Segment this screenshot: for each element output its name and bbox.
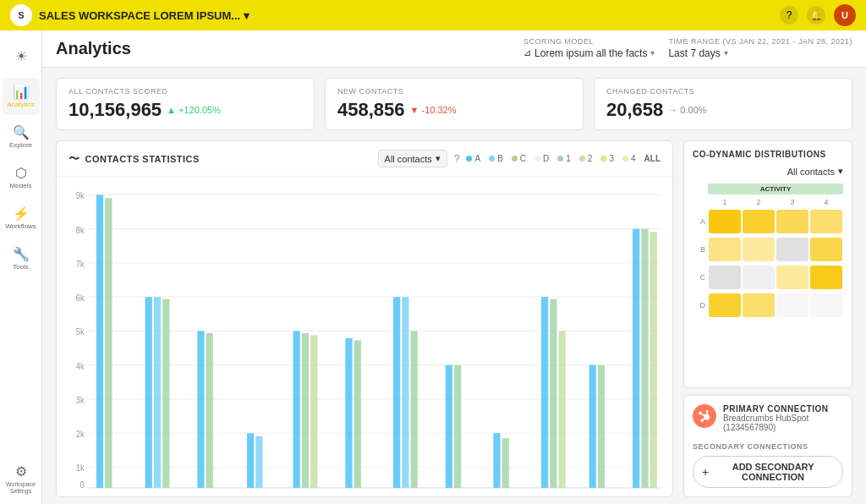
- primary-connection-label: PRIMARY CONNECTION: [723, 404, 829, 414]
- row-label-a: A: [693, 217, 708, 226]
- grid-cell-c3: [776, 266, 808, 289]
- distribution-panel: CO-DYNAMIC DISTRIBUTIONS All contacts ▾ …: [683, 140, 852, 388]
- svg-rect-26: [206, 333, 213, 488]
- legend-item-d: D: [534, 154, 549, 163]
- svg-text:0: 0: [79, 479, 84, 490]
- scoring-model-select[interactable]: ⊿ Lorem ipsum all the facts ▾: [523, 46, 655, 61]
- row-label-b: B: [693, 245, 708, 254]
- svg-rect-24: [162, 299, 169, 488]
- svg-rect-42: [550, 299, 556, 488]
- legend-item-3: 3: [600, 154, 614, 163]
- chart-area: 9k 8k 7k 6k 5k 4k 3k 2k 1k 0: [57, 177, 672, 496]
- analytics-icon: 📊: [13, 84, 30, 100]
- bar-chart: 9k 8k 7k 6k 5k 4k 3k 2k 1k 0: [69, 184, 660, 493]
- svg-rect-39: [493, 433, 500, 488]
- svg-rect-25: [197, 331, 204, 487]
- workflows-icon: ⚡: [13, 205, 30, 222]
- svg-text:8k: 8k: [76, 225, 85, 235]
- connection-info: PRIMARY CONNECTION Breadcrumbs HubSpot (…: [723, 404, 829, 432]
- svg-rect-27: [247, 433, 254, 488]
- sidebar-item-workspace-settings[interactable]: ⚙ WorkspaceSettings: [3, 460, 40, 497]
- stat-value-row-changed: 20,658 → 0.00%: [606, 99, 840, 121]
- notification-icon[interactable]: 🔔: [807, 6, 825, 25]
- time-range-select[interactable]: Last 7 days ▾: [668, 46, 852, 61]
- svg-rect-44: [589, 365, 596, 488]
- svg-rect-32: [345, 338, 352, 488]
- sidebar: ☀ 📊 Analytics 🔍 Explore ⬡ Models ⚡ Workf…: [0, 30, 42, 504]
- explore-icon: 🔍: [13, 124, 30, 140]
- legend-item-a: A: [466, 154, 480, 163]
- stat-change-new-contacts: ▼ -10.32%: [410, 105, 457, 115]
- avatar[interactable]: U: [834, 4, 856, 26]
- stat-change-contacts-scored: ▲ +120.05%: [167, 105, 221, 115]
- svg-text:9k: 9k: [76, 191, 85, 201]
- svg-rect-23: [154, 297, 161, 488]
- grid-cell-a4: [810, 210, 842, 233]
- legend-item-all: ALL: [644, 154, 660, 163]
- row-label-c: C: [693, 273, 708, 282]
- grid-cell-b2: [743, 238, 775, 261]
- svg-rect-34: [393, 297, 400, 488]
- svg-rect-31: [310, 335, 317, 488]
- svg-rect-48: [650, 232, 657, 488]
- svg-rect-29: [293, 331, 300, 487]
- svg-rect-30: [302, 333, 309, 488]
- home-icon: ☀: [15, 48, 27, 64]
- chart-header: 〜 CONTACTS STATISTICS All contacts ▾ ? A…: [57, 141, 672, 177]
- sidebar-item-explore[interactable]: 🔍 Explore: [3, 118, 40, 156]
- svg-text:2k: 2k: [76, 429, 85, 439]
- svg-rect-36: [411, 331, 418, 487]
- svg-text:7k: 7k: [76, 259, 85, 269]
- hubspot-icon: [693, 404, 716, 428]
- stat-label-contacts-scored: ALL CONTACTS SCORED: [69, 87, 302, 96]
- help-icon[interactable]: ?: [780, 6, 798, 25]
- help-circle-icon[interactable]: ?: [454, 153, 460, 165]
- activity-header: ACTIVITY: [708, 184, 843, 194]
- scoring-model-control: SCORING MODEL ⊿ Lorem ipsum all the fact…: [523, 37, 655, 61]
- right-panel: CO-DYNAMIC DISTRIBUTIONS All contacts ▾ …: [683, 140, 852, 497]
- top-bar-left: S SALES WORKSPACE LOREM IPSUM... ▾: [10, 4, 249, 26]
- grid-cell-d3: [776, 293, 808, 317]
- sidebar-item-workflows[interactable]: ⚡ Workflows: [3, 200, 40, 237]
- workspace-title[interactable]: SALES WORKSPACE LOREM IPSUM... ▾: [39, 9, 249, 22]
- chart-filter-select[interactable]: All contacts ▾: [378, 150, 447, 167]
- top-bar: S SALES WORKSPACE LOREM IPSUM... ▾ ? 🔔 U: [0, 0, 866, 30]
- svg-rect-40: [502, 438, 509, 488]
- svg-rect-35: [402, 297, 408, 488]
- secondary-connections-label: SECONDARY CONNECTIONS: [693, 442, 843, 451]
- svg-rect-28: [255, 436, 262, 488]
- svg-rect-37: [446, 365, 452, 488]
- stat-card-contacts-scored: ALL CONTACTS SCORED 10,156,965 ▲ +120.05…: [56, 78, 315, 130]
- distribution-filter[interactable]: All contacts ▾: [693, 166, 843, 177]
- stat-card-new-contacts: NEW CONTACTS 458,856 ▼ -10.32%: [325, 78, 584, 130]
- svg-rect-33: [354, 340, 361, 487]
- grid-cell-c2: [743, 266, 775, 289]
- stat-value-changed-contacts: 20,658: [606, 99, 663, 121]
- sidebar-item-models[interactable]: ⬡ Models: [3, 159, 40, 196]
- chart-panel: 〜 CONTACTS STATISTICS All contacts ▾ ? A…: [56, 140, 673, 497]
- stat-value-contacts-scored: 10,156,965: [69, 99, 162, 121]
- distribution-grid: ACTIVITY 1 2 3 4 A: [693, 184, 843, 318]
- connection-panel: PRIMARY CONNECTION Breadcrumbs HubSpot (…: [683, 395, 852, 497]
- grid-cell-d1: [709, 293, 741, 317]
- scoring-model-chevron: ▾: [650, 48, 655, 58]
- legend-item-1: 1: [557, 154, 571, 163]
- primary-connection-name: Breadcrumbs HubSpot: [723, 414, 829, 423]
- grid-cell-b3: [776, 238, 808, 261]
- settings-icon: ⚙: [15, 463, 27, 479]
- legend-item-b: B: [489, 154, 503, 163]
- sidebar-item-home[interactable]: ☀: [3, 37, 40, 74]
- add-secondary-connection-button[interactable]: + ADD SECONDARY CONNECTION: [693, 456, 843, 488]
- legend-item-4: 4: [622, 154, 636, 163]
- stat-value-row-new: 458,856 ▼ -10.32%: [337, 99, 571, 121]
- content-area: Analytics SCORING MODEL ⊿ Lorem ipsum al…: [42, 30, 866, 504]
- svg-rect-43: [559, 331, 566, 487]
- sidebar-item-tools[interactable]: 🔧 Tools: [3, 240, 40, 277]
- app-logo: S: [10, 4, 32, 26]
- legend-item-c: C: [512, 154, 526, 163]
- sidebar-item-analytics[interactable]: 📊 Analytics: [3, 78, 40, 115]
- grid-cell-a1: [709, 210, 741, 233]
- stat-label-new-contacts: NEW CONTACTS: [337, 87, 571, 96]
- svg-text:1k: 1k: [76, 463, 85, 474]
- plus-icon: +: [702, 465, 709, 479]
